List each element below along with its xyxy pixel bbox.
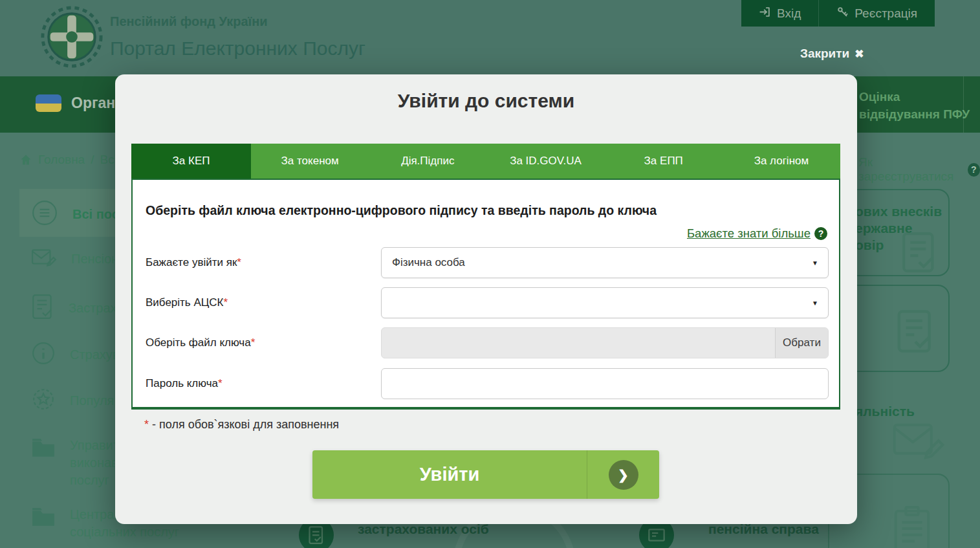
key-file-input[interactable] [381,327,829,358]
auth-buttons: Вхід Реєстрація [741,0,935,27]
know-more-link[interactable]: Бажаєте знати більше [687,226,811,241]
portal-title: Портал Електронних Послуг [110,38,365,60]
service-card-line: ових внесків [855,203,942,220]
tab-label: За КЕП [173,155,210,168]
submit-arrow-section: ❯ [587,450,659,499]
document-check-icon [894,308,937,357]
acsk-select[interactable] [381,287,829,318]
page: Пенсійний фонд України Портал Електронни… [0,0,980,548]
list-circle-icon [31,199,58,230]
login-method-tabs: За КЕП За токеном Дія.Підпис За ID.GOV.U… [131,144,840,179]
form-panel: Оберіть файл ключа електронно-цифрового … [131,179,840,410]
submit-login-label: Увійти [312,450,587,499]
required-note-text: - поля обов`язкові для заповнення [152,418,339,431]
document-check-icon [899,230,939,277]
tab-login[interactable]: За логіном [723,144,840,179]
pfu-logo [40,5,103,69]
login-modal: Увійти до системи За КЕП За токеном Дія.… [115,74,857,524]
key-file-label: Оберіть файл ключа* [146,336,381,349]
sidebar-item-label-line: соціальних послуг [70,523,179,541]
ukraine-flag-icon [36,94,61,112]
password-row: Пароль ключа* [146,368,829,399]
help-icon[interactable]: ? [814,227,827,240]
clipboard-icon [891,505,933,548]
star-badge-icon [31,387,56,415]
required-mark: * [144,418,149,431]
required-mark: * [237,256,241,269]
acsk-label: Виберіть АЦСК* [146,296,381,309]
tab-epp[interactable]: За ЕПП [605,144,723,179]
envelope-pencil-icon [31,247,57,271]
browse-button-label: Обрати [783,336,821,349]
chevron-down-icon: ▼ [812,259,818,267]
nav-visit-rating-line1: Оцінка [859,88,970,105]
close-button[interactable]: Закрити ✖ [800,47,864,61]
login-button[interactable]: Вхід [741,0,818,27]
how-to-register-link[interactable]: Як зареєструватися ? [858,155,980,184]
login-button-label: Вхід [777,6,801,21]
service-label: яльність [855,404,915,419]
breadcrumb-separator: / [91,153,94,167]
tab-token[interactable]: За токеном [251,144,369,179]
tab-kep[interactable]: За КЕП [131,144,251,179]
login-as-row: Бажаєте увійти як* Фізична особа ▼ [146,247,829,278]
breadcrumb-home[interactable]: Головна [38,153,85,167]
envelope-pencil-icon [891,419,946,465]
key-password-input[interactable] [381,368,829,399]
tab-idgovua[interactable]: За ID.GOV.UA [486,144,604,179]
home-icon [19,153,32,166]
tab-diia[interactable]: Дія.Підпис [369,144,486,179]
modal-title: Увійти до системи [115,90,857,112]
nav-visit-rating-line2: відвідування ПФУ [859,105,970,123]
login-as-selected-value: Фізична особа [392,256,465,269]
submit-login-button[interactable]: Увійти ❯ [312,450,659,499]
required-mark: * [224,296,228,309]
register-button-label: Реєстрація [855,6,917,21]
tab-label: За ID.GOV.UA [510,155,582,168]
form-heading: Оберіть файл ключа електронно-цифрового … [146,203,657,218]
required-mark: * [218,377,223,389]
login-icon [759,6,771,21]
folder-icon [31,506,56,541]
chevron-down-icon: ▼ [812,300,818,307]
org-name: Пенсійний фонд України [110,14,268,29]
know-more: Бажаєте знати більше ? [687,226,827,241]
required-note: * - поля обов`язкові для заповнення [144,418,339,432]
close-icon: ✖ [855,47,864,61]
browse-button[interactable]: Обрати [775,328,828,358]
document-check-icon [31,293,54,323]
folder-icon [31,437,56,489]
nav-item-visit-rating[interactable]: Оцінка відвідування ПФУ [859,88,970,123]
key-file-row: Оберіть файл ключа* Обрати [146,327,829,358]
acsk-row: Виберіть АЦСК* ▼ [146,287,829,318]
tab-label: За ЕПП [644,155,683,168]
tab-label: За логіном [754,155,809,168]
key-password-label: Пароль ключа* [146,377,381,390]
tab-label: За токеном [281,155,339,168]
register-button[interactable]: Реєстрація [818,0,935,27]
key-icon [836,6,849,21]
tab-label: Дія.Підпис [401,155,454,168]
pfu-logo-icon [40,5,103,69]
chevron-right-icon: ❯ [609,460,638,490]
close-button-label: Закрити [800,47,849,61]
login-as-select[interactable]: Фізична особа [381,247,829,278]
info-icon [31,341,56,369]
login-as-label: Бажаєте увійти як* [146,256,381,269]
required-mark: * [251,336,256,349]
nav-divider [963,76,964,133]
how-to-register-label: Як зареєструватися [858,155,963,184]
help-icon: ? [968,163,980,177]
